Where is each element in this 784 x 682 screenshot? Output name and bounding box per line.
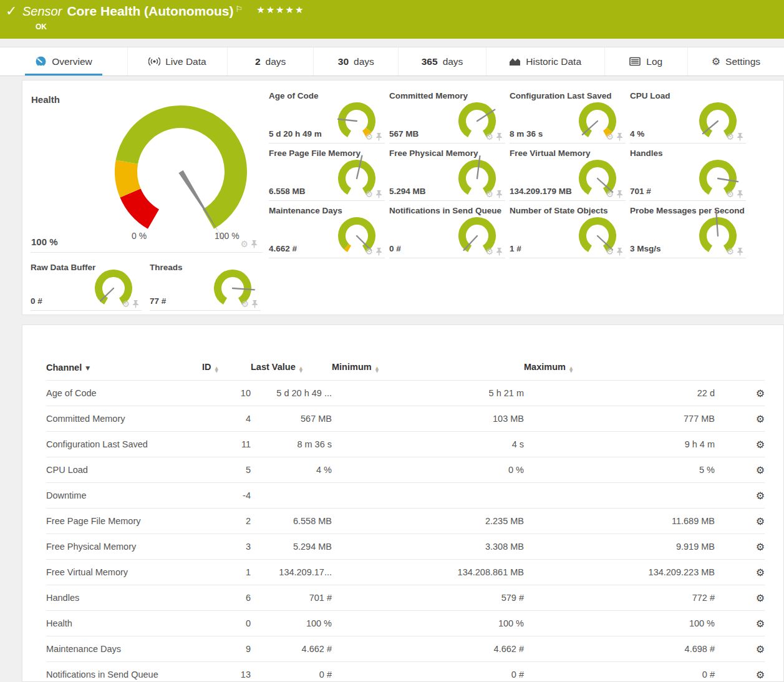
- sort-toggle-icon: ▲▼: [215, 367, 218, 373]
- gauge-tile-raw-data-buffer: Raw Data Buffer0 #⚙: [31, 263, 142, 311]
- gauge-pin-icon[interactable]: [496, 190, 503, 198]
- gauge-pin-icon[interactable]: [251, 300, 258, 308]
- gauge-tile-value: 134.209.179 MB: [510, 187, 572, 196]
- tab-label: Historic Data: [526, 56, 581, 67]
- gauge-settings-gear-icon[interactable]: ⚙: [365, 190, 373, 198]
- channel-settings-gear-icon[interactable]: ⚙: [756, 515, 765, 527]
- gauge-pin-icon[interactable]: [737, 248, 743, 256]
- cell-id: 6: [202, 585, 251, 611]
- chart-icon: [509, 56, 521, 67]
- gauge-settings-gear-icon[interactable]: ⚙: [726, 247, 734, 256]
- gauge-settings-gear-icon[interactable]: ⚙: [485, 190, 493, 198]
- gauge-settings-gear-icon[interactable]: ⚙: [606, 132, 614, 141]
- cell-min: 0 #: [332, 662, 524, 682]
- column-label: ID: [202, 362, 211, 372]
- cell-max: 11.689 MB: [524, 509, 715, 534]
- cell-id: 10: [202, 381, 251, 406]
- gauge-pin-icon[interactable]: [496, 248, 503, 256]
- gauge-pin-icon[interactable]: [132, 300, 139, 308]
- gauge-tile-notifications-in-send-queue: Notifications in Send Queue0 #⚙: [389, 206, 505, 258]
- sort-toggle-icon: ▲▼: [569, 367, 573, 373]
- gauge-tile-value: 6.558 MB: [269, 187, 306, 196]
- status-badge: OK: [36, 22, 47, 31]
- gauge-settings-gear-icon[interactable]: ⚙: [485, 132, 493, 141]
- gauge-pin-icon[interactable]: [616, 133, 623, 141]
- tab-historic-data[interactable]: Historic Data: [486, 47, 604, 76]
- cell-id: 5: [202, 457, 251, 483]
- column-header-last-value[interactable]: Last Value▲▼: [251, 354, 332, 381]
- column-header-id[interactable]: ID▲▼: [202, 354, 251, 381]
- cell-channel: Configuration Last Saved: [46, 432, 202, 457]
- gauge-settings-gear-icon[interactable]: ⚙: [365, 247, 373, 256]
- gauge-settings-gear-icon[interactable]: ⚙: [606, 190, 614, 198]
- gauge-tile-value: 0 #: [389, 244, 401, 253]
- tab-365-days[interactable]: 365days: [398, 47, 485, 76]
- channel-settings-gear-icon[interactable]: ⚙: [756, 490, 765, 502]
- channel-settings-gear-icon[interactable]: ⚙: [756, 669, 765, 681]
- cell-channel: CPU Load: [46, 457, 202, 483]
- log-icon: [629, 56, 641, 67]
- tab-number: 2: [255, 56, 261, 67]
- gear-icon: ⚙: [712, 57, 720, 67]
- gauge-pin-icon[interactable]: [616, 190, 623, 198]
- column-header-channel[interactable]: Channel▼: [46, 354, 202, 381]
- cell-max: 0 #: [524, 662, 715, 682]
- gauge-tile-value: 4 %: [630, 129, 644, 139]
- gauge-pin-icon[interactable]: [737, 133, 743, 141]
- tab-live-data[interactable]: Live Data: [127, 47, 227, 76]
- gauge-settings-gear-icon[interactable]: ⚙: [240, 240, 248, 248]
- tab-settings[interactable]: ⚙Settings: [687, 47, 784, 76]
- cell-id: 9: [202, 636, 251, 662]
- channel-settings-gear-icon[interactable]: ⚙: [756, 464, 765, 476]
- gauge-settings-gear-icon[interactable]: ⚙: [726, 132, 734, 141]
- cell-id: 2: [202, 509, 251, 534]
- gauge-pin-icon[interactable]: [737, 190, 743, 198]
- table-row: Health0100 %100 %100 %⚙: [46, 611, 765, 636]
- channel-settings-gear-icon[interactable]: ⚙: [756, 387, 765, 399]
- priority-stars[interactable]: ★★★★★: [256, 4, 304, 16]
- gauge-settings-gear-icon[interactable]: ⚙: [241, 300, 249, 308]
- cell-id: 0: [202, 611, 251, 636]
- gauge-pin-icon[interactable]: [375, 248, 382, 256]
- channel-settings-gear-icon[interactable]: ⚙: [756, 439, 765, 451]
- channel-settings-gear-icon[interactable]: ⚙: [756, 643, 765, 655]
- gauge-tile-title: CPU Load: [630, 91, 670, 100]
- gauge-settings-gear-icon[interactable]: ⚙: [122, 300, 130, 308]
- cell-channel: Notifications in Send Queue: [46, 662, 202, 682]
- tab-overview[interactable]: Overview: [0, 47, 127, 76]
- cell-channel: Age of Code: [46, 381, 202, 406]
- tab-log[interactable]: Log: [604, 47, 687, 76]
- column-header-maximum[interactable]: Maximum▲▼: [524, 354, 715, 381]
- gauge-pin-icon[interactable]: [375, 190, 382, 198]
- table-row: Age of Code105 d 20 h 49 ...5 h 21 m22 d…: [46, 381, 765, 406]
- channel-settings-gear-icon[interactable]: ⚙: [756, 618, 765, 630]
- cell-channel: Free Physical Memory: [46, 534, 202, 560]
- column-header-minimum[interactable]: Minimum▲▼: [332, 354, 524, 381]
- channel-settings-gear-icon[interactable]: ⚙: [756, 413, 765, 425]
- gauge-pin-icon[interactable]: [496, 133, 503, 141]
- gauge-settings-gear-icon[interactable]: ⚙: [606, 247, 614, 256]
- cell-last: 4 %: [251, 457, 332, 483]
- tab-2-days[interactable]: 2days: [227, 47, 313, 76]
- health-gauge: x̄: [98, 98, 264, 240]
- column-label: Channel: [46, 363, 82, 373]
- channel-settings-gear-icon[interactable]: ⚙: [756, 567, 765, 578]
- gauge-settings-gear-icon[interactable]: ⚙: [485, 247, 493, 256]
- gauge-tile-cpu-load: CPU Load4 %⚙: [630, 91, 746, 144]
- gauge-tile-free-virtual-memory: Free Virtual Memory134.209.179 MB⚙: [510, 149, 626, 201]
- flag-icon[interactable]: ⚐: [236, 4, 243, 14]
- cell-min: 4.662 #: [332, 636, 524, 662]
- tab-30-days[interactable]: 30days: [313, 47, 398, 76]
- cell-max: 5 %: [524, 457, 715, 483]
- gauge-tile-configuration-last-saved: Configuration Last Saved8 m 36 s⚙: [510, 91, 626, 144]
- channels-panel: Channel▼ID▲▼Last Value▲▼Minimum▲▼Maximum…: [22, 324, 784, 682]
- gauge-pin-icon[interactable]: [375, 133, 382, 141]
- gauge-pin-icon[interactable]: [251, 240, 258, 248]
- gauge-settings-gear-icon[interactable]: ⚙: [365, 132, 373, 141]
- channel-settings-gear-icon[interactable]: ⚙: [756, 541, 765, 553]
- gauge-settings-gear-icon[interactable]: ⚙: [726, 190, 734, 198]
- channel-settings-gear-icon[interactable]: ⚙: [756, 592, 765, 604]
- cell-last: 0 #: [251, 662, 332, 682]
- gauge-pin-icon[interactable]: [616, 248, 623, 256]
- cell-channel: Maintenance Days: [46, 636, 202, 662]
